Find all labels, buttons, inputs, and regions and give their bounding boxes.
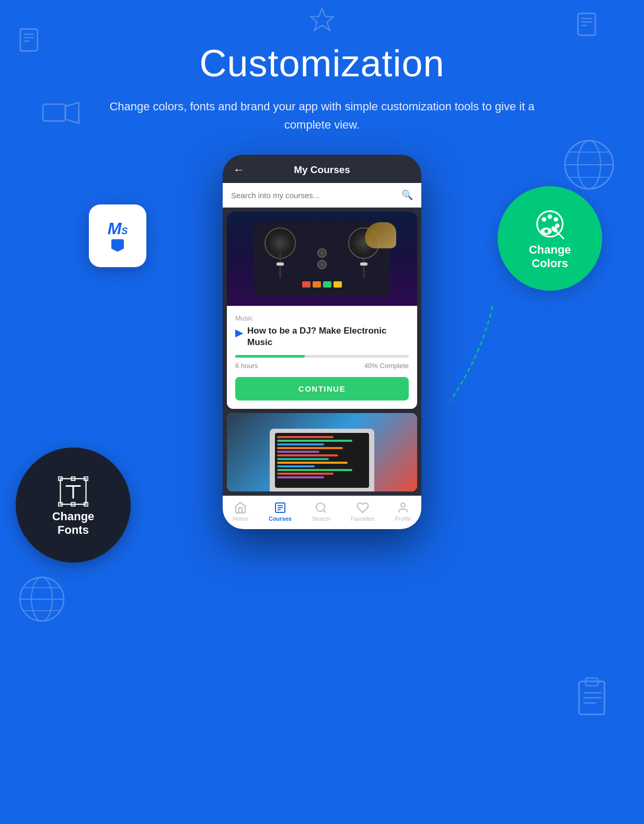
content-area: M S ← My Courses 🔍 — [0, 155, 644, 730]
change-colors-label: Change Colors — [529, 243, 571, 271]
change-fonts-circle: Change Fonts — [16, 448, 131, 563]
app-icon-badge — [111, 239, 124, 251]
nav-item-profile[interactable]: Profile — [395, 501, 411, 522]
laptop-body — [270, 429, 374, 491]
change-colors-circle: Change Colors — [498, 186, 602, 291]
course-name-row: ▶ How to be a DJ? Make Electronic Music — [235, 325, 409, 348]
code-line — [277, 465, 315, 467]
back-button[interactable]: ← — [233, 163, 245, 177]
phone-mockup: ← My Courses 🔍 — [223, 155, 421, 529]
mixer-handle-2 — [360, 262, 367, 266]
code-line — [277, 447, 343, 449]
courses-icon — [274, 501, 286, 514]
course-category-1: Music — [235, 314, 409, 322]
continue-button[interactable]: CONTINUE — [235, 377, 409, 400]
phone-screen-title: My Courses — [294, 164, 350, 176]
mixer-btn-red — [302, 281, 310, 288]
phone-search-bar[interactable]: 🔍 — [223, 183, 421, 208]
app-icon-letter-m: M — [108, 220, 122, 237]
code-line — [277, 451, 319, 453]
phone-header: ← My Courses — [223, 155, 421, 183]
code-line — [277, 458, 329, 460]
nav-item-home[interactable]: Home — [233, 501, 248, 522]
dj-mixer-visual — [227, 212, 417, 306]
nav-item-favorites[interactable]: Favorites — [351, 501, 374, 522]
svg-point-34 — [542, 217, 546, 222]
nav-label-courses: Courses — [269, 516, 292, 522]
page-title: Customization — [105, 42, 539, 85]
progress-bar-fill — [235, 355, 305, 358]
palette-icon — [532, 207, 568, 243]
code-line — [277, 440, 352, 442]
search-nav-icon — [315, 501, 327, 514]
course-meta: 6 hours 40% Complete — [235, 362, 409, 370]
home-icon — [234, 501, 247, 514]
header-section: Customization Change colors, fonts and b… — [0, 0, 644, 155]
code-line — [277, 462, 348, 464]
app-icon-card: M S — [89, 204, 146, 267]
mixer-knob-3 — [317, 260, 327, 269]
svg-point-35 — [548, 214, 553, 219]
nav-label-profile: Profile — [395, 516, 411, 522]
progress-bar-container — [235, 355, 409, 358]
mixer-buttons — [302, 281, 342, 288]
svg-point-32 — [401, 503, 405, 507]
code-line — [277, 454, 338, 456]
code-line — [277, 443, 324, 445]
code-line — [277, 436, 334, 438]
page-subtitle: Change colors, fonts and brand your app … — [105, 97, 539, 134]
mixer-knob-2 — [317, 248, 327, 258]
nav-label-favorites: Favorites — [351, 516, 374, 522]
favorites-icon — [356, 501, 369, 514]
app-icon-letter-s: S — [121, 226, 128, 237]
search-icon: 🔍 — [401, 189, 413, 201]
dj-hand — [365, 222, 396, 248]
course-image-dj — [227, 212, 417, 306]
mixer-slider-1 — [279, 252, 281, 278]
course-name-1: How to be a DJ? Make Electronic Music — [247, 325, 409, 348]
change-fonts-label: Change Fonts — [52, 510, 95, 537]
typography-icon — [55, 473, 91, 510]
mixer-btn-orange — [313, 281, 321, 288]
code-line — [277, 473, 334, 475]
nav-label-search: Search — [312, 516, 330, 522]
dashed-arrow — [440, 301, 503, 406]
course-duration: 6 hours — [235, 362, 258, 370]
course-progress-label: 40% Complete — [364, 362, 409, 370]
mixer-handle-1 — [277, 262, 284, 266]
svg-point-37 — [555, 223, 560, 228]
svg-point-30 — [316, 503, 325, 511]
laptop-screen — [275, 433, 369, 488]
nav-item-search[interactable]: Search — [312, 501, 330, 522]
nav-label-home: Home — [233, 516, 248, 522]
course-card-2 — [227, 413, 417, 491]
svg-point-36 — [554, 217, 558, 222]
laptop-image — [227, 413, 417, 491]
svg-line-31 — [324, 510, 326, 512]
nav-item-courses[interactable]: Courses — [269, 501, 292, 522]
phone-outer: ← My Courses 🔍 — [223, 155, 421, 529]
code-line — [277, 469, 352, 471]
mixer-btn-green — [323, 281, 331, 288]
course-info-1: Music ▶ How to be a DJ? Make Electronic … — [227, 306, 417, 408]
profile-icon — [397, 501, 409, 514]
course-card-1: Music ▶ How to be a DJ? Make Electronic … — [227, 212, 417, 408]
mixer-btn-yellow — [334, 281, 342, 288]
search-input[interactable] — [231, 191, 401, 200]
bottom-navigation: Home Courses Search — [223, 496, 421, 529]
play-arrow-icon: ▶ — [235, 326, 243, 339]
svg-point-39 — [545, 230, 548, 233]
code-line — [277, 476, 324, 478]
